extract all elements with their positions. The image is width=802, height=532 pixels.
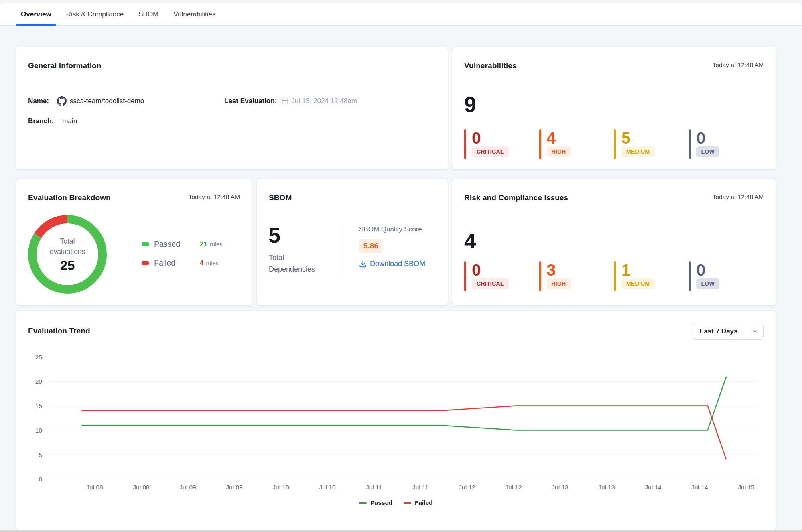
svg-text:Jul 09: Jul 09 [226,484,242,491]
general-information-title: General Information [28,61,101,70]
last-evaluation-value: Jul 15, 2024 12:48am [291,97,357,105]
tab-risk-compliance[interactable]: Risk & Compliance [61,3,129,25]
severity-badge: CRITICAL [472,278,509,289]
severity-badge: MEDIUM [621,278,655,289]
bottom-divider [0,530,802,532]
sbom-quality-score-value: 5.86 [359,239,383,253]
svg-text:Jul 14: Jul 14 [645,484,662,491]
download-sbom-link[interactable]: Download SBOM [359,260,425,268]
evaluation-breakdown-legend: Passed 21 rules Failed 4 rules [142,239,222,276]
severity-bar [614,129,616,159]
tab-sbom-label: SBOM [138,10,158,18]
legend-item-passed: Passed [359,499,392,506]
tab-overview-label: Overview [21,10,51,18]
legend-label: Passed [154,240,200,249]
risk-compliance-title: Risk and Compliance Issues [464,193,568,202]
sbom-quality-score-label: SBOM Quality Score [359,225,425,234]
svg-text:0: 0 [39,476,42,483]
svg-text:Jul 13: Jul 13 [552,484,568,491]
severity-bar [614,261,616,291]
sbom-title: SBOM [269,193,292,202]
legend-label: Failed [154,258,200,268]
severity-count: 5 [621,130,689,146]
vulnerabilities-card: Vulnerabilities Today at 12:48 AM 9 0 CR… [452,47,776,169]
failed-swatch-icon [142,261,149,265]
vulnerabilities-severity-stats: 0 CRITICAL 4 HIGH 5 MEDIUM 0 LOW [464,129,768,159]
risk-compliance-timestamp: Today at 12:48 AM [713,193,764,201]
failed-line-swatch-icon [404,502,411,504]
tab-sbom[interactable]: SBOM [134,3,163,25]
evaluation-breakdown-title: Evaluation Breakdown [28,193,111,202]
severity-count: 3 [547,262,614,278]
legend-label: Passed [370,499,392,506]
svg-text:5: 5 [39,451,42,458]
svg-text:Jul 09: Jul 09 [179,484,196,491]
repo-name-value: ssca-team/todolist-demo [70,97,144,105]
evaluation-breakdown-card: Evaluation Breakdown Today at 12:48 AM T… [16,179,252,305]
sbom-card: SBOM 5 Total Dependencies SBOM Quality S… [257,179,448,305]
github-icon [57,96,67,106]
severity-count: 4 [547,130,614,146]
svg-text:Jul 08: Jul 08 [86,484,103,491]
svg-text:Jul 13: Jul 13 [598,484,615,491]
severity-badge: HIGH [547,278,571,289]
svg-text:Jul 10: Jul 10 [319,484,336,491]
legend-count: 4 [200,259,203,267]
legend-label: Failed [415,499,433,506]
download-icon [359,260,367,268]
svg-text:Jul 11: Jul 11 [366,484,382,491]
legend-count: 21 [200,240,207,248]
general-information-card: General Information Name: ssca-team/todo… [16,47,448,169]
name-label: Name: [28,97,49,105]
severity-high: 3 HIGH [539,261,614,291]
risk-compliance-card: Risk and Compliance Issues Today at 12:4… [452,179,776,305]
severity-count: 0 [696,130,764,146]
date-range-value: Last 7 Days [700,327,738,335]
severity-badge: CRITICAL [472,146,509,157]
tab-vulnerabilities[interactable]: Vulnerabilities [169,3,220,25]
chevron-down-icon [752,329,758,334]
svg-text:25: 25 [35,354,42,361]
severity-bar [689,261,691,291]
legend-item-failed: Failed [404,499,433,506]
evaluation-breakdown-donut-chart [23,210,112,298]
total-dependencies-label: Total Dependencies [269,252,321,275]
calendar-icon [282,98,288,105]
date-range-select[interactable]: Last 7 Days [692,323,764,340]
svg-text:Jul 08: Jul 08 [133,484,149,491]
svg-text:10: 10 [35,427,43,434]
severity-medium: 5 MEDIUM [614,129,689,159]
sbom-divider [341,227,341,274]
severity-count: 1 [621,262,689,278]
severity-badge: HIGH [547,146,571,157]
severity-badge: MEDIUM [621,146,655,157]
svg-text:Jul 12: Jul 12 [505,484,522,491]
severity-bar [464,129,466,159]
severity-high: 4 HIGH [539,129,614,159]
severity-badge: LOW [696,278,720,289]
download-sbom-label: Download SBOM [370,260,425,268]
branch-label: Branch: [28,117,54,125]
severity-bar [539,261,541,291]
severity-count: 0 [696,262,764,278]
vulnerabilities-timestamp: Today at 12:48 AM [713,61,764,69]
svg-text:Jul 12: Jul 12 [459,484,475,491]
svg-text:Jul 15: Jul 15 [738,484,754,491]
svg-text:Jul 11: Jul 11 [412,484,428,491]
severity-low: 0 LOW [689,129,764,159]
last-evaluation-label: Last Evaluation: [224,97,277,105]
legend-unit: rules [210,241,222,248]
tab-overview[interactable]: Overview [16,3,56,25]
severity-count: 0 [472,130,539,146]
evaluation-trend-title: Evaluation Trend [28,327,90,335]
risk-compliance-total: 4 [464,230,476,252]
evaluation-trend-line-chart: 0510152025Jul 08Jul 08Jul 09Jul 09Jul 10… [16,311,776,530]
svg-text:15: 15 [35,402,42,409]
tab-vulnerabilities-label: Vulnerabilities [173,10,215,18]
evaluation-trend-card: Evaluation Trend Last 7 Days 0510152025J… [16,311,776,530]
passed-line-swatch-icon [359,502,367,504]
passed-swatch-icon [142,242,149,246]
vulnerabilities-title: Vulnerabilities [464,61,517,70]
severity-medium: 1 MEDIUM [614,261,689,291]
legend-item-failed: Failed 4 rules [142,258,222,268]
